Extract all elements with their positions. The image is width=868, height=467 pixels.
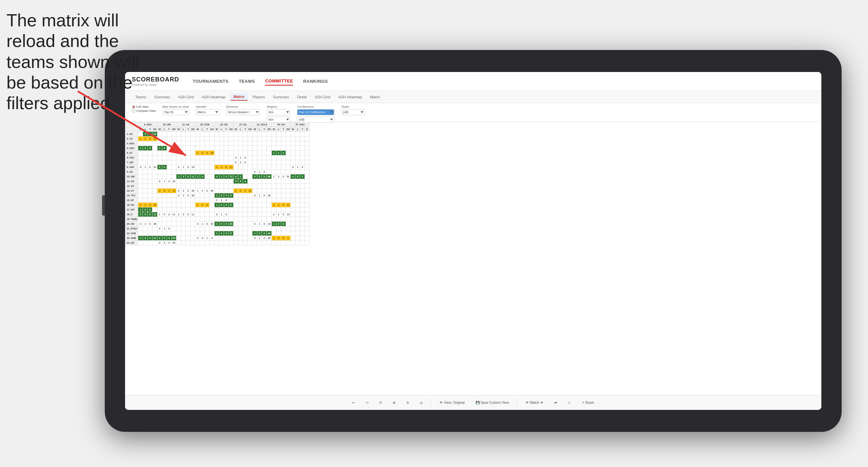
gender-select[interactable]: Men's Women's [196,109,219,115]
matrix-cell [195,146,200,151]
sub-tab-h2hheatmap1[interactable]: H2H Heatmap [198,94,229,100]
matrix-cell [291,236,295,241]
matrix-cell [195,141,200,146]
watch-btn[interactable]: 👁 Watch ▼ [523,399,546,406]
matrix-cell: 2 [157,236,162,241]
table-row: 5. UT14035110 [125,151,310,155]
conference-select2[interactable]: (All) [297,117,334,123]
settings-btn[interactable]: ◎ [417,399,426,406]
matrix-container[interactable]: 3. ASU 10. UW 11. UA 22. UCB 24. UO 27. … [125,122,821,391]
matrix-cell [248,193,252,198]
row-label: 2. VU [125,137,138,141]
matrix-cell [291,170,295,174]
sub-tab-h2hgrid2[interactable]: H2H Grid [311,94,334,100]
matrix-cell [291,193,295,198]
matrix-cell: 0 [181,212,186,217]
matrix-cell [276,193,281,198]
sub-tab-summary2[interactable]: Summary [270,94,292,100]
sub-tab-h2hgrid1[interactable]: H2H Grid [175,94,197,100]
region-select2[interactable]: N/A [267,117,290,123]
matrix-cell: 25 [171,236,176,241]
col-header-ucb: 22. UCB [195,122,214,127]
matrix-cell: 0 [186,189,191,193]
matrix-cell: 12 [248,189,252,193]
matrix-cell: 0 [228,193,233,198]
matrix-cell [248,198,252,203]
matrix-cell: 1 [205,236,210,241]
matrix-cell [252,151,257,155]
matrix-cell: 2 [138,203,143,207]
matrix-cell: 1 [271,203,276,207]
team-select[interactable]: (All) [341,109,365,115]
refresh-btn[interactable]: ⟳ [377,399,385,406]
zoom-in-btn[interactable]: ⊕ [390,399,398,406]
matrix-cell [300,217,305,222]
matrix-cell: 30 [191,193,195,198]
matrix-cell [228,217,233,222]
matrix-cell: 0 [148,203,152,207]
matrix-cell: 0 [252,236,257,241]
matrix-cell [224,137,228,141]
matrix-cell [157,231,162,236]
conference-select[interactable]: Pac-12 Conference (All) [297,109,334,115]
save-custom-btn[interactable]: 💾 Save Custom View [473,399,512,406]
matrix-cell [191,137,195,141]
matrix-cell [238,137,243,141]
matrix-cell [276,231,281,236]
matrix-cell: 0 [262,222,267,226]
matrix-cell [138,132,143,137]
matrix-cell [224,207,228,212]
sub-tab-matrix2[interactable]: Matrix [367,94,384,100]
sub-tab-detail[interactable]: Detail [294,94,310,100]
matrix-cell [276,179,281,184]
nav-tournaments[interactable]: TOURNAMENTS [193,77,228,85]
redo-btn[interactable]: ↪ [363,399,371,406]
undo-btn[interactable]: ↩ [349,399,358,406]
expand-btn[interactable]: ⤢ [565,399,573,406]
matrix-cell [271,160,276,165]
matrix-cell: 6 [276,236,281,241]
row-label: 21. ETSU [125,226,138,231]
matrix-cell [195,184,200,189]
max-teams-label: Max teams in view [163,105,189,108]
matrix-cell [300,207,305,212]
tablet-side-button [102,195,105,216]
nav-teams[interactable]: TEAMS [239,77,255,85]
matrix-cell: 1 [271,174,276,179]
matrix-cell: 0 [243,155,248,160]
matrix-cell [248,179,252,184]
matrix-cell [295,141,300,146]
matrix-cell [234,198,238,203]
matrix-cell [210,160,214,165]
share-btn[interactable]: ↗ Share [579,399,597,406]
matrix-cell [243,222,248,226]
matrix-cell [243,193,248,198]
matrix-cell [252,207,257,212]
sub-tab-summary1[interactable]: Summary [151,94,173,100]
matrix-cell [243,141,248,146]
matrix-cell [162,217,167,222]
matrix-cell [176,160,181,165]
share-network-btn[interactable]: ⇄ [552,399,560,406]
matrix-cell [167,155,171,160]
matrix-cell: 51 [286,174,290,179]
view-original-btn[interactable]: 👁 View: Original [437,399,467,406]
matrix-cell [262,207,267,212]
sub-tab-players[interactable]: Players [249,94,268,100]
matrix-cell [214,189,219,193]
matrix-cell [257,146,262,151]
matrix-cell [210,241,214,245]
max-teams-select[interactable]: Top 25 Top 10 All [163,109,189,115]
division-select[interactable]: NCAA Division I NCAA Division II [226,109,260,115]
region-select1[interactable]: N/A [267,109,290,115]
matrix-cell [281,155,286,160]
table-row: 14. TTU02030130001029 [125,193,310,198]
zoom-out-btn[interactable]: ⊖ [404,399,412,406]
sub-tab-h2hheatmap2[interactable]: H2H Heatmap [335,94,365,100]
nav-committee[interactable]: COMMITTEE [265,77,293,85]
matrix-cell: 1 [295,165,300,170]
matrix-cell [162,141,167,146]
matrix-cell [138,141,143,146]
sub-tab-matrix1[interactable]: Matrix [230,93,248,101]
nav-rankings[interactable]: RANKINGS [303,77,328,85]
